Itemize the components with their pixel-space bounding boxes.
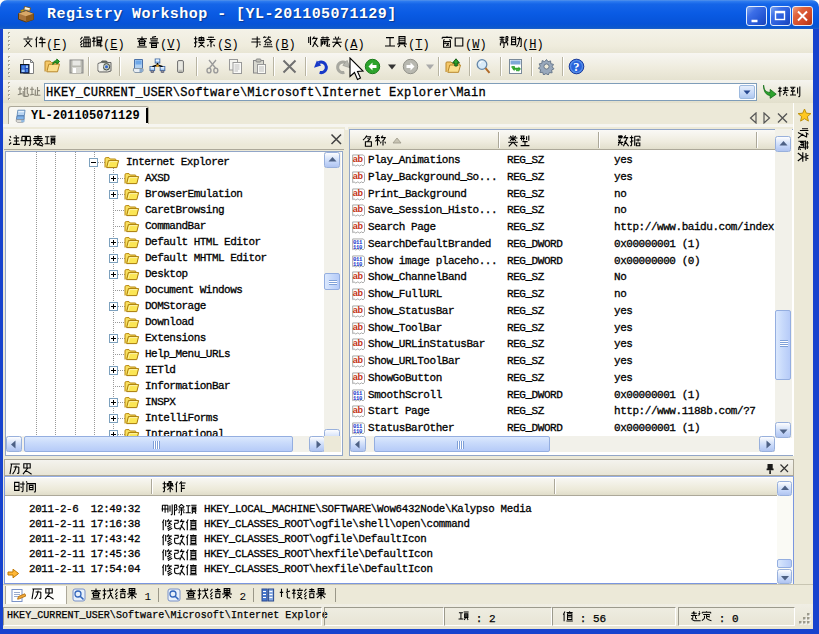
svg-text:?: ? xyxy=(573,60,579,74)
